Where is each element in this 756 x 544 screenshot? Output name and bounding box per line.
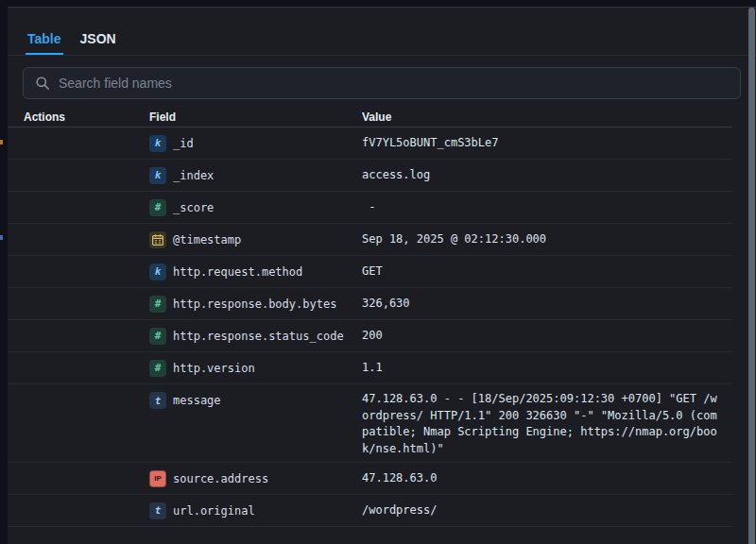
- tab-table[interactable]: Table: [26, 8, 63, 55]
- table-header-row: Actions Field Value: [8, 107, 732, 128]
- field-name: _id: [173, 137, 194, 150]
- vertical-scrollbar-thumb[interactable]: [748, 8, 755, 544]
- field-cell: IP source.address: [149, 470, 362, 487]
- search-input[interactable]: [59, 76, 730, 91]
- table-row: # http.response.status_code 200: [8, 320, 732, 352]
- field-name: http.response.status_code: [173, 330, 344, 343]
- field-value: /wordpress/: [362, 502, 718, 519]
- table-row: k _index access.log: [8, 160, 732, 192]
- field-name: _score: [173, 201, 214, 214]
- field-value: GET: [362, 264, 718, 280]
- search-field-box[interactable]: [23, 67, 741, 99]
- search-icon: [35, 76, 50, 91]
- table-row: @timestamp Sep 18, 2025 @ 02:12:30.000: [8, 224, 732, 256]
- field-value: 1.1: [362, 360, 718, 377]
- table-row: k _id fV7YL5oBUNT_cmS3bLe7: [8, 128, 732, 160]
- field-cell: @timestamp: [149, 231, 362, 248]
- field-cell: k _index: [149, 167, 362, 184]
- field-cell: k http.request.method: [149, 264, 362, 280]
- keyword-type-icon: k: [149, 167, 166, 184]
- field-name: message: [173, 394, 221, 407]
- field-name: source.address: [173, 472, 268, 485]
- keyword-type-icon: k: [149, 135, 166, 152]
- field-value: 200: [362, 328, 718, 345]
- tab-json[interactable]: JSON: [78, 8, 118, 55]
- table-row: k http.request.method GET: [8, 256, 732, 288]
- field-name: http.response.body.bytes: [173, 298, 336, 311]
- field-name: http.request.method: [173, 265, 302, 279]
- field-cell: k _id: [149, 135, 362, 152]
- document-flyout-panel: Table JSON Actions Field Value k _id fV7…: [8, 7, 756, 544]
- background-artifact: [0, 140, 3, 144]
- table-row: # http.response.body.bytes 326,630: [8, 288, 732, 320]
- field-value: 47.128.63.0: [362, 470, 718, 487]
- field-value: Sep 18, 2025 @ 02:12:30.000: [362, 231, 718, 248]
- text-type-icon: t: [149, 392, 166, 409]
- field-cell: # _score: [149, 199, 362, 216]
- tab-bar: Table JSON: [8, 8, 756, 56]
- table-row: t message 47.128.63.0 - - [18/Sep/2025:0…: [8, 384, 732, 463]
- field-cell: # http.response.body.bytes: [149, 296, 362, 313]
- fields-table: Actions Field Value k _id fV7YL5oBUNT_cm…: [8, 107, 756, 527]
- field-name: url.original: [173, 504, 255, 518]
- table-row: t url.original /wordpress/: [8, 495, 732, 527]
- field-name: http.version: [173, 362, 255, 375]
- field-name: _index: [173, 169, 214, 182]
- field-value: fV7YL5oBUNT_cmS3bLe7: [362, 135, 718, 152]
- text-type-icon: t: [149, 502, 166, 519]
- number-type-icon: #: [149, 199, 166, 216]
- calendar-icon: [149, 231, 166, 248]
- ip-type-icon: IP: [149, 470, 166, 487]
- field-value: -: [362, 199, 718, 216]
- field-cell: # http.version: [149, 360, 362, 377]
- number-type-icon: #: [149, 360, 166, 377]
- table-row: IP source.address 47.128.63.0: [8, 463, 732, 495]
- number-type-icon: #: [149, 296, 166, 313]
- keyword-type-icon: k: [149, 264, 166, 280]
- field-cell: # http.response.status_code: [149, 328, 362, 345]
- header-field: Field: [149, 110, 362, 124]
- field-name: @timestamp: [173, 233, 241, 246]
- table-row: # http.version 1.1: [8, 352, 732, 384]
- field-value: 326,630: [362, 296, 718, 313]
- background-artifact: [0, 235, 3, 240]
- table-row: # _score -: [8, 192, 732, 224]
- header-actions: Actions: [8, 110, 149, 124]
- number-type-icon: #: [149, 328, 166, 345]
- header-value: Value: [362, 110, 718, 124]
- field-cell: t url.original: [149, 502, 362, 519]
- field-value: access.log: [362, 167, 718, 184]
- field-cell: t message: [149, 392, 362, 409]
- field-value: 47.128.63.0 - - [18/Sep/2025:09:12:30 +0…: [362, 391, 718, 457]
